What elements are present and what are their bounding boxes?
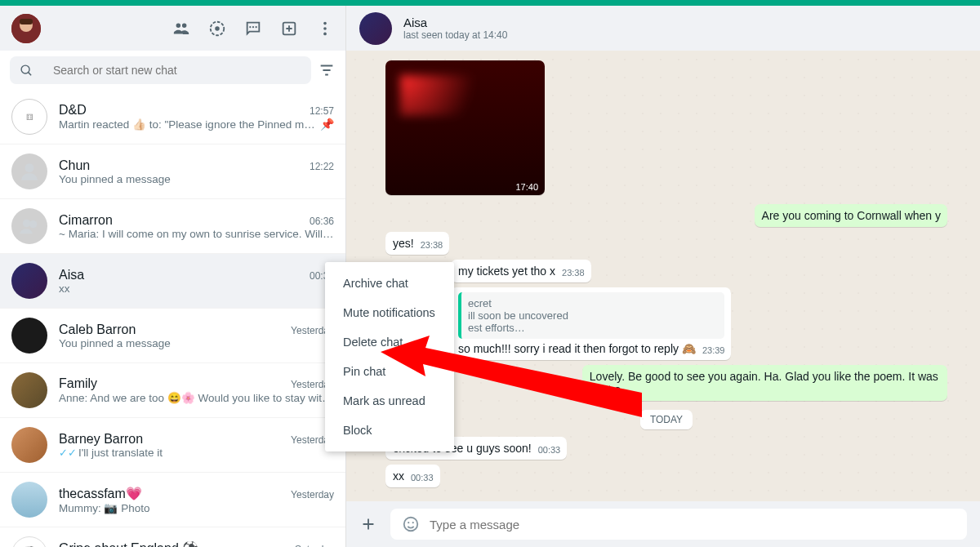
- svg-point-19: [408, 522, 409, 523]
- chat-list: ⚅ D&D12:57 Martin reacted 👍🏻 to: "Please…: [0, 90, 345, 547]
- svg-point-5: [252, 26, 254, 28]
- message-in[interactable]: xx00:33: [385, 465, 440, 487]
- message-text: Lovely. Be good to see you again. Ha. Gl…: [590, 370, 938, 396]
- message-input[interactable]: [430, 518, 956, 531]
- message-timestamp: 23:38: [562, 268, 585, 278]
- search-icon: [20, 64, 33, 78]
- chat-name: Barney Barron: [59, 432, 143, 447]
- media-timestamp: 17:40: [515, 182, 538, 192]
- avatar-icon: [11, 482, 47, 518]
- svg-point-14: [23, 220, 30, 227]
- message-in[interactable]: my tickets yet tho x23:38: [451, 260, 591, 282]
- message-input-box[interactable]: [390, 509, 967, 540]
- quote-line: ecret: [468, 297, 718, 309]
- chat-row-aisa[interactable]: Aisa00:33 xx: [0, 254, 345, 309]
- svg-point-20: [412, 522, 414, 523]
- chat-row-cassfam[interactable]: thecassfam💗Yesterday Mummy: 📷 Photo: [0, 473, 345, 527]
- message-text: yes!: [393, 237, 414, 250]
- avatar-icon: [11, 153, 47, 189]
- emoji-icon[interactable]: [402, 515, 420, 533]
- message-timestamp: 00:33: [538, 445, 561, 455]
- message-timestamp: 23:39: [702, 345, 725, 355]
- avatar-icon: [11, 427, 47, 463]
- svg-point-7: [256, 26, 257, 28]
- sidebar-header: [0, 6, 345, 51]
- chat-row-family[interactable]: FamilyYesterday Anne: And we are too 😄🌸 …: [0, 363, 345, 418]
- svg-point-10: [323, 27, 327, 30]
- new-chat-icon[interactable]: [244, 20, 262, 38]
- attach-icon[interactable]: [359, 515, 377, 533]
- svg-point-12: [21, 65, 29, 73]
- chat-row-gripe[interactable]: ⚽ Gripe about England ⚽Saturday Phil: Be…: [0, 527, 345, 547]
- chat-name: Caleb Barron: [59, 322, 136, 337]
- chat-name: Aisa: [59, 268, 84, 282]
- search-row: [0, 51, 345, 90]
- ctx-unread[interactable]: Mark as unread: [325, 386, 454, 416]
- face-avatar-icon: [11, 14, 41, 43]
- status-icon[interactable]: [208, 20, 226, 38]
- svg-point-4: [215, 26, 220, 31]
- filter-icon[interactable]: [318, 61, 336, 79]
- image-message[interactable]: 17:40 ➦: [385, 60, 545, 195]
- read-checks-icon: ✓✓: [59, 447, 77, 459]
- context-menu: Archive chat Mute notifications Delete c…: [325, 262, 454, 451]
- ctx-delete[interactable]: Delete chat: [325, 327, 454, 357]
- message-out[interactable]: Lovely. Be good to see you again. Ha. Gl…: [582, 365, 947, 401]
- chat-row-cimarron[interactable]: Cimarron06:36 ~ Maria: I will come on my…: [0, 199, 345, 254]
- new-group-icon[interactable]: [280, 20, 298, 38]
- pin-icon: 📌: [320, 118, 334, 131]
- message-in[interactable]: yes!23:38: [385, 232, 449, 255]
- contact-status: last seen today at 14:40: [403, 29, 507, 41]
- chat-time: 06:36: [310, 216, 334, 227]
- communities-icon[interactable]: [172, 20, 190, 38]
- svg-point-11: [323, 32, 327, 35]
- svg-point-13: [25, 163, 34, 172]
- quote-block: ecret ill soon be uncovered est efforts…: [458, 292, 724, 339]
- message-text: xx: [393, 469, 404, 483]
- sidebar: ⚅ D&D12:57 Martin reacted 👍🏻 to: "Please…: [0, 6, 346, 547]
- chat-time: 12:22: [310, 161, 334, 172]
- chat-snippet: Mummy: 📷 Photo: [59, 501, 334, 514]
- chat-row-chun[interactable]: Chun12:22 You pinned a message: [0, 145, 345, 199]
- ctx-archive[interactable]: Archive chat: [325, 269, 454, 298]
- chat-name: Chun: [59, 158, 90, 173]
- menu-icon[interactable]: [316, 20, 334, 38]
- ctx-mute[interactable]: Mute notifications: [325, 298, 454, 327]
- svg-point-9: [323, 21, 327, 24]
- chat-row-dnd[interactable]: ⚅ D&D12:57 Martin reacted 👍🏻 to: "Please…: [0, 90, 345, 145]
- search-input[interactable]: [53, 64, 301, 77]
- message-out[interactable]: Are you coming to Cornwall when y: [755, 204, 947, 227]
- message-timestamp: 00:33: [411, 473, 434, 483]
- chat-snippet: You pinned a message: [59, 337, 334, 349]
- chat-header[interactable]: Aisa last seen today at 14:40: [346, 6, 980, 51]
- chat-time: Yesterday: [291, 489, 334, 500]
- avatar-icon: [11, 208, 47, 244]
- avatar-icon: [11, 372, 47, 408]
- contact-name: Aisa: [403, 16, 507, 29]
- svg-point-6: [249, 26, 251, 28]
- message-text: Are you coming to Cornwall when y: [762, 209, 941, 222]
- ctx-block[interactable]: Block: [325, 416, 454, 445]
- chat-time: Saturday: [295, 544, 334, 547]
- quote-line: ill soon be uncovered: [468, 309, 718, 322]
- svg-rect-2: [20, 19, 33, 24]
- chat-name: D&D: [59, 103, 87, 118]
- contact-avatar[interactable]: [359, 12, 392, 45]
- chat-snippet: Martin reacted 👍🏻 to: "Please ignore the…: [59, 118, 315, 131]
- search-box[interactable]: [10, 56, 311, 84]
- quote-line: est efforts…: [468, 322, 718, 334]
- message-timestamp: 23:38: [421, 240, 443, 250]
- chat-row-barney[interactable]: Barney BarronYesterday ✓✓I'll just trans…: [0, 418, 345, 473]
- message-text: so much!!! sorry i read it then forgot t…: [458, 342, 696, 355]
- ctx-pin[interactable]: Pin chat: [325, 357, 454, 386]
- chat-snippet: ~ Maria: I will come on my own to sunris…: [59, 228, 334, 240]
- chat-name: thecassfam💗: [59, 486, 142, 501]
- chat-time: 12:57: [310, 105, 334, 117]
- chat-name: Family: [59, 376, 97, 391]
- message-in-quote[interactable]: ecret ill soon be uncovered est efforts……: [451, 287, 731, 360]
- chat-snippet: I'll just translate it: [78, 447, 334, 459]
- chat-row-caleb[interactable]: Caleb BarronYesterday You pinned a messa…: [0, 309, 345, 363]
- chat-snippet: xx: [59, 282, 334, 295]
- my-avatar[interactable]: [11, 14, 41, 43]
- chat-snippet: You pinned a message: [59, 173, 334, 185]
